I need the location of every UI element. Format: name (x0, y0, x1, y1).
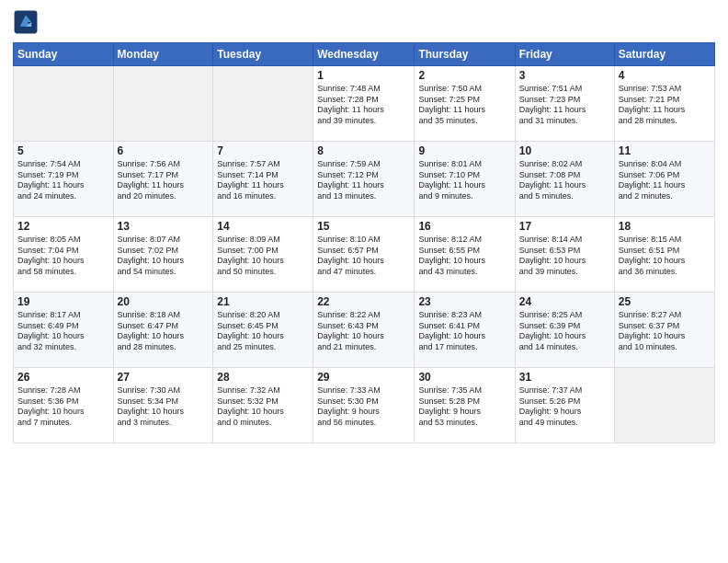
day-info: and 16 minutes. (217, 191, 309, 202)
day-info: Daylight: 11 hours (217, 180, 309, 191)
day-number: 31 (519, 371, 610, 384)
day-info: Sunrise: 7:57 AM (217, 159, 309, 170)
day-info: Sunset: 5:30 PM (317, 396, 410, 408)
day-number: 23 (418, 295, 510, 308)
day-info: Sunrise: 7:53 AM (619, 84, 711, 95)
day-number: 14 (217, 220, 309, 233)
day-info: Daylight: 11 hours (519, 180, 610, 191)
day-info: Sunrise: 8:05 AM (17, 235, 109, 246)
day-info: and 10 minutes. (619, 342, 711, 353)
day-info: Daylight: 10 hours (17, 256, 109, 267)
day-info: Daylight: 11 hours (317, 180, 410, 191)
calendar-week-row: 1Sunrise: 7:48 AMSunset: 7:28 PMDaylight… (14, 66, 715, 142)
day-info: and 28 minutes. (118, 342, 210, 353)
day-info: Daylight: 11 hours (118, 180, 210, 191)
calendar-cell: 30Sunrise: 7:35 AMSunset: 5:28 PMDayligh… (415, 368, 515, 443)
day-info: and 21 minutes. (317, 342, 410, 353)
day-info: Sunset: 5:26 PM (519, 396, 610, 408)
header-row: SundayMondayTuesdayWednesdayThursdayFrid… (14, 43, 715, 66)
day-info: Sunset: 5:34 PM (118, 396, 210, 408)
day-info: Sunrise: 7:56 AM (118, 159, 210, 170)
calendar-cell: 10Sunrise: 8:02 AMSunset: 7:08 PMDayligh… (515, 142, 614, 217)
day-info: and 56 minutes. (317, 418, 410, 429)
calendar-cell: 14Sunrise: 8:09 AMSunset: 7:00 PMDayligh… (213, 217, 313, 293)
weekday-header: Friday (515, 43, 614, 66)
day-info: Sunrise: 8:04 AM (619, 159, 711, 170)
calendar-cell: 28Sunrise: 7:32 AMSunset: 5:32 PMDayligh… (213, 368, 313, 443)
day-info: Daylight: 10 hours (217, 331, 309, 342)
calendar-cell: 23Sunrise: 8:23 AMSunset: 6:41 PMDayligh… (415, 293, 515, 368)
day-number: 1 (317, 69, 410, 82)
day-info: and 5 minutes. (519, 191, 610, 202)
calendar-cell: 16Sunrise: 8:12 AMSunset: 6:55 PMDayligh… (415, 217, 515, 293)
day-info: Sunset: 6:57 PM (317, 246, 410, 257)
calendar-cell: 24Sunrise: 8:25 AMSunset: 6:39 PMDayligh… (515, 293, 614, 368)
day-info: Daylight: 10 hours (519, 256, 610, 267)
day-info: and 32 minutes. (17, 342, 109, 353)
calendar-cell (113, 66, 213, 142)
day-info: Sunset: 7:08 PM (519, 170, 610, 181)
day-info: Sunrise: 8:20 AM (217, 310, 309, 321)
day-info: Sunset: 7:10 PM (418, 170, 510, 181)
day-info: Sunrise: 7:33 AM (317, 385, 410, 396)
day-info: Daylight: 10 hours (118, 331, 210, 342)
day-number: 10 (519, 144, 610, 157)
day-info: Sunset: 7:28 PM (317, 95, 410, 106)
calendar-cell: 11Sunrise: 8:04 AMSunset: 7:06 PMDayligh… (614, 142, 714, 217)
calendar-week-row: 19Sunrise: 8:17 AMSunset: 6:49 PMDayligh… (14, 293, 715, 368)
calendar-cell: 22Sunrise: 8:22 AMSunset: 6:43 PMDayligh… (313, 293, 415, 368)
day-info: Daylight: 10 hours (118, 407, 210, 418)
day-info: Daylight: 11 hours (519, 105, 610, 116)
day-info: and 47 minutes. (317, 267, 410, 278)
day-info: Sunset: 7:04 PM (17, 246, 109, 257)
day-info: Sunset: 7:06 PM (619, 170, 711, 181)
day-info: and 7 minutes. (17, 418, 109, 429)
day-info: Daylight: 10 hours (418, 256, 510, 267)
calendar-cell: 15Sunrise: 8:10 AMSunset: 6:57 PMDayligh… (313, 217, 415, 293)
logo (13, 9, 40, 35)
day-info: Daylight: 10 hours (217, 407, 309, 418)
day-info: Daylight: 10 hours (317, 256, 410, 267)
day-info: Daylight: 10 hours (619, 331, 711, 342)
day-number: 30 (418, 371, 510, 384)
day-info: Sunset: 6:55 PM (418, 246, 510, 257)
day-info: and 20 minutes. (118, 191, 210, 202)
day-info: Sunrise: 8:18 AM (118, 310, 210, 321)
day-info: Sunset: 7:14 PM (217, 170, 309, 181)
day-info: and 35 minutes. (418, 116, 510, 127)
calendar-cell: 18Sunrise: 8:15 AMSunset: 6:51 PMDayligh… (614, 217, 714, 293)
day-info: Sunrise: 8:10 AM (317, 235, 410, 246)
day-number: 7 (217, 144, 309, 157)
calendar-cell (213, 66, 313, 142)
day-info: and 28 minutes. (619, 116, 711, 127)
weekday-header: Tuesday (213, 43, 313, 66)
calendar-week-row: 5Sunrise: 7:54 AMSunset: 7:19 PMDaylight… (14, 142, 715, 217)
day-info: Daylight: 11 hours (619, 105, 711, 116)
calendar-cell: 27Sunrise: 7:30 AMSunset: 5:34 PMDayligh… (113, 368, 213, 443)
calendar-table: SundayMondayTuesdayWednesdayThursdayFrid… (13, 42, 715, 443)
day-info: Sunrise: 8:12 AM (418, 235, 510, 246)
weekday-header: Sunday (14, 43, 114, 66)
calendar-cell: 1Sunrise: 7:48 AMSunset: 7:28 PMDaylight… (313, 66, 415, 142)
day-info: and 3 minutes. (118, 418, 210, 429)
day-info: Daylight: 9 hours (519, 407, 610, 418)
day-number: 18 (619, 220, 711, 233)
day-info: Sunset: 6:41 PM (418, 321, 510, 332)
day-info: and 0 minutes. (217, 418, 309, 429)
day-info: Sunrise: 8:14 AM (519, 235, 610, 246)
day-info: Sunrise: 8:09 AM (217, 235, 309, 246)
calendar-cell: 5Sunrise: 7:54 AMSunset: 7:19 PMDaylight… (14, 142, 114, 217)
day-number: 11 (619, 144, 711, 157)
day-info: Daylight: 10 hours (217, 256, 309, 267)
day-info: and 58 minutes. (17, 267, 109, 278)
day-info: and 49 minutes. (519, 418, 610, 429)
day-info: Sunrise: 7:37 AM (519, 385, 610, 396)
day-info: Sunrise: 7:30 AM (118, 385, 210, 396)
day-info: Sunrise: 7:32 AM (217, 385, 309, 396)
day-info: Sunset: 6:43 PM (317, 321, 410, 332)
day-number: 8 (317, 144, 410, 157)
day-info: and 39 minutes. (317, 116, 410, 127)
day-info: Sunset: 6:49 PM (17, 321, 109, 332)
day-info: Daylight: 11 hours (418, 180, 510, 191)
day-info: and 17 minutes. (418, 342, 510, 353)
